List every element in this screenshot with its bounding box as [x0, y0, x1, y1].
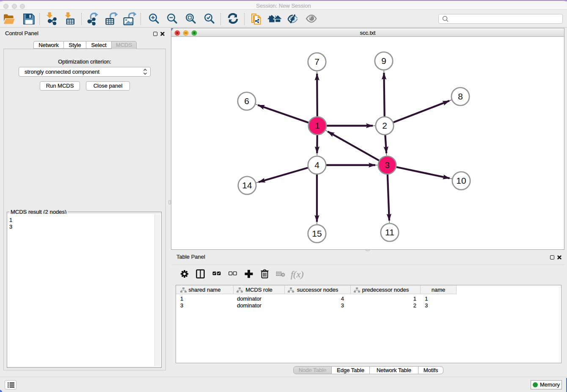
svg-text:2: 2 [382, 121, 387, 130]
svg-text:1: 1 [315, 121, 320, 130]
svg-text:4: 4 [314, 160, 319, 170]
svg-text:3: 3 [385, 160, 390, 170]
svg-text:6: 6 [244, 96, 249, 106]
svg-text:11: 11 [385, 227, 394, 237]
svg-text:7: 7 [314, 57, 319, 66]
svg-text:9: 9 [381, 56, 386, 66]
svg-text:14: 14 [242, 180, 252, 190]
svg-text:10: 10 [456, 176, 466, 185]
svg-text:8: 8 [458, 91, 463, 101]
svg-text:15: 15 [312, 229, 322, 238]
